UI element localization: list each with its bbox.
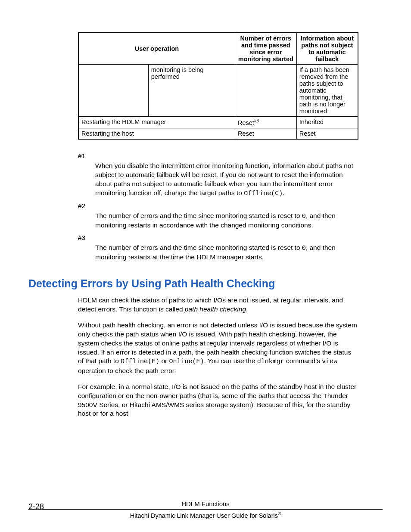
cell-user-op: Restarting the HDLM manager — [78, 117, 235, 128]
note-body-3: The number of errors and the time since … — [95, 243, 358, 262]
paragraph: HDLM can check the status of paths to wh… — [78, 296, 358, 314]
footer-rule — [28, 509, 383, 510]
cell-sub-op: monitoring is being performed — [148, 65, 235, 117]
note-label-3: #3 — [78, 233, 358, 243]
footer-doc-title: Hitachi Dynamic Link Manager User Guide … — [28, 511, 383, 519]
cell-errors: Reset#3 — [235, 117, 296, 128]
cell-errors: Reset — [235, 128, 296, 139]
table-row: monitoring is being performed If a path … — [78, 65, 358, 117]
cell-failback: Inherited — [296, 117, 358, 128]
operations-table: User operation Number of errors and time… — [78, 32, 358, 140]
paragraph: For example, in a normal state, I/O is n… — [78, 383, 358, 419]
cell-failback: If a path has been removed from the path… — [296, 65, 358, 117]
cell-errors — [235, 65, 296, 117]
table-row: Restarting the host Reset Reset — [78, 128, 358, 139]
note-body-1: When you disable the intermittent error … — [95, 162, 358, 198]
paragraph: Without path health checking, an error i… — [78, 321, 358, 376]
table-row: Restarting the HDLM manager Reset#3 Inhe… — [78, 117, 358, 128]
th-failback: Information about paths not subject to a… — [296, 33, 358, 65]
page-footer: HDLM Functions Hitachi Dynamic Link Mana… — [28, 500, 383, 519]
note-body-2: The number of errors and the time since … — [95, 212, 358, 230]
section-body: HDLM can check the status of paths to wh… — [78, 296, 358, 418]
note-label-2: #2 — [78, 202, 358, 211]
footer-chapter: HDLM Functions — [28, 500, 383, 507]
footnotes: #1 When you disable the intermittent err… — [78, 152, 358, 262]
table-wrap: User operation Number of errors and time… — [78, 32, 358, 140]
section-heading: Detecting Errors by Using Path Health Ch… — [28, 277, 383, 290]
note-label-1: #1 — [78, 152, 358, 161]
th-errors: Number of errors and time passed since e… — [235, 33, 296, 65]
cell-user-op: Restarting the host — [78, 128, 235, 139]
th-user-operation: User operation — [78, 33, 235, 65]
cell-failback: Reset — [296, 128, 358, 139]
